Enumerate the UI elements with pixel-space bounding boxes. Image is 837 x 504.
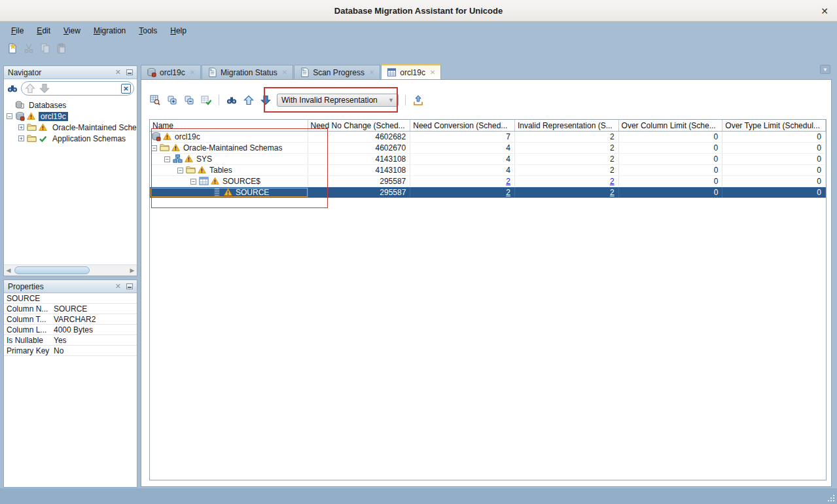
expand-toggle-icon[interactable]: + [18,124,24,130]
filter-dropdown-value: With Invalid Representation [281,96,384,105]
app-window: Database Migration Assistant for Unicode… [0,0,837,504]
warning-icon [171,143,181,153]
previous-up-arrow-icon[interactable] [243,94,255,106]
grid-value-cell: 4143108 [308,154,411,164]
tab-scan-progress-2[interactable]: Scan Progress✕ [294,65,380,79]
grid-value-cell: 7 [410,132,515,142]
grid-row[interactable]: −SOURCE$2955872200 [150,176,826,187]
column-header[interactable]: Invalid Representation (S... [515,120,619,131]
property-row: Is NullableYes [4,335,137,346]
expand-toggle-icon[interactable]: + [18,135,24,141]
drilldown-link[interactable]: 2 [610,177,614,186]
tab-close-icon[interactable]: ✕ [190,69,195,76]
grid-row[interactable]: orcl19c46026827200 [150,132,826,143]
export-icon[interactable] [412,94,424,106]
grid-value-cell: 0 [722,165,826,175]
grid-value-cell: 4602682 [308,132,411,142]
grid-body: orcl19c46026827200−Oracle-Maintained Sch… [150,132,826,198]
drilldown-link[interactable]: 2 [610,188,614,197]
tab-close-icon[interactable]: ✕ [282,69,287,76]
column-header[interactable]: Over Column Limit (Sche... [619,120,723,131]
nav-tree-item[interactable]: −orcl19c [4,111,137,122]
menu-help[interactable]: Help [164,24,192,37]
grid-name-cell[interactable]: SOURCE [150,187,308,198]
property-row: Column L...4000 Bytes [4,325,137,335]
nav-tree-label: orcl19c [39,112,68,121]
collapse-toggle-icon[interactable]: − [177,168,183,173]
collapse-toggle-icon[interactable]: − [151,145,157,151]
tab-close-icon[interactable]: ✕ [430,69,435,76]
menu-edit[interactable]: Edit [31,24,56,37]
find-previous-icon[interactable] [24,82,36,94]
title-bar: Database Migration Assistant for Unicode… [0,0,837,22]
resize-grip[interactable] [827,494,835,502]
grid-row[interactable]: −Oracle-Maintained Schemas46026704200 [150,143,826,154]
collapse-toggle-icon[interactable]: − [164,156,170,162]
grid-name-cell[interactable]: orcl19c [150,132,308,142]
find-next-icon[interactable] [39,82,50,94]
tab-list-chevron-icon[interactable]: ▼ [820,65,830,74]
copy-button-icon[interactable] [39,43,51,54]
database-icon [147,67,156,77]
collapse-toggle-icon[interactable]: − [7,113,12,119]
mark-table-icon[interactable] [200,94,212,106]
nav-tree-item[interactable]: +Oracle-Maintained Schemas [4,122,137,133]
drilldown-link[interactable]: 2 [506,177,510,186]
grid-row[interactable]: SOURCE2955872200 [150,187,826,198]
column-header[interactable]: Need Conversion (Sched... [410,120,515,131]
navigator-close-icon[interactable]: ✕ [115,68,121,77]
binoculars-icon[interactable] [7,82,18,94]
tab-orcl19c-3[interactable]: orcl19c✕ [381,64,441,79]
navigator-find-field[interactable]: ✕ [21,81,134,96]
window-close-icon[interactable]: ✕ [819,5,830,17]
collapse-all-icon[interactable] [183,94,195,106]
rescan-icon[interactable] [149,94,161,106]
tab-orcl19c-0[interactable]: orcl19c✕ [141,65,201,79]
grid-name-cell[interactable]: −Oracle-Maintained Schemas [150,143,308,153]
property-row: Primary KeyNo [4,346,137,356]
new-file-button-icon[interactable] [7,43,18,54]
navigator-horizontal-scrollbar[interactable]: ◀ ▶ [4,264,137,276]
filter-dropdown[interactable]: With Invalid Representation ▼ [277,94,399,107]
properties-close-icon[interactable]: ✕ [115,282,121,291]
grid-row-label: SOURCE [236,188,269,197]
grid-name-cell[interactable]: −Tables [150,165,308,175]
property-label: Is Nullable [4,336,51,345]
find-binoculars-icon[interactable] [226,94,238,106]
grid-row[interactable]: −SYS41431084200 [150,154,826,165]
drilldown-link[interactable]: 2 [506,188,510,197]
nav-tree-item[interactable]: Databases [4,99,137,111]
expand-all-icon[interactable] [166,94,178,106]
grid-name-cell[interactable]: −SYS [150,154,308,164]
grid-icon [387,67,397,77]
menu-tools[interactable]: Tools [133,24,163,37]
scrollbar-thumb[interactable] [14,266,90,274]
navigator-minimize-icon[interactable] [126,69,133,75]
grid-row[interactable]: −Tables41431084200 [150,165,826,176]
next-down-arrow-icon[interactable] [260,94,272,106]
nav-tree-label: Oracle-Maintained Schemas [50,123,137,132]
clear-find-icon[interactable]: ✕ [121,84,131,94]
warning-icon [185,154,194,164]
grid-name-cell[interactable]: −SOURCE$ [150,176,308,187]
paste-button-icon[interactable] [56,43,67,54]
menu-file[interactable]: File [5,24,29,37]
grid-value-cell: 2 [515,154,619,164]
grid-value-cell: 0 [722,143,826,153]
property-value: VARCHAR2 [51,315,137,324]
menu-view[interactable]: View [58,24,86,37]
scroll-right-icon[interactable]: ▶ [128,267,137,274]
navigator-header: Navigator ✕ [4,66,137,79]
collapse-toggle-icon[interactable]: − [190,179,196,185]
tab-migration-status-1[interactable]: Migration Status✕ [202,65,293,79]
column-header[interactable]: Need No Change (Sched... [308,120,411,131]
scroll-left-icon[interactable]: ◀ [4,267,13,274]
column-header[interactable]: Name [150,120,308,131]
cut-button-icon[interactable] [23,43,35,54]
tab-close-icon[interactable]: ✕ [369,69,374,76]
properties-minimize-icon[interactable] [126,283,133,289]
navigator-panel: Navigator ✕ ✕ Databases−orcl19c+Oracle-M… [3,65,137,276]
menu-migration[interactable]: Migration [88,24,132,37]
nav-tree-item[interactable]: +Application Schemas [4,133,137,144]
column-header[interactable]: Over Type Limit (Schedul... [722,120,826,131]
